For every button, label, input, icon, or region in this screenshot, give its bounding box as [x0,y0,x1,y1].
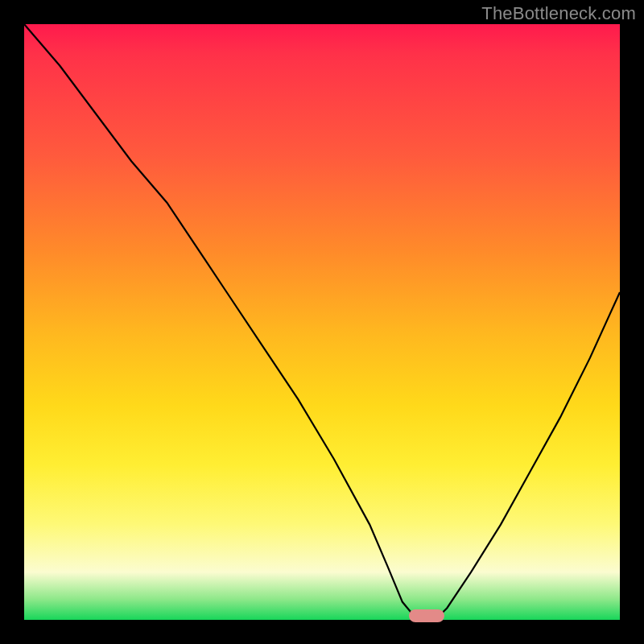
plot-area [24,24,620,620]
chart-frame: TheBottleneck.com [0,0,644,644]
curve-layer [24,24,620,620]
bottleneck-curve-path [24,24,620,620]
watermark-text: TheBottleneck.com [481,3,636,24]
optimal-marker [409,609,444,622]
